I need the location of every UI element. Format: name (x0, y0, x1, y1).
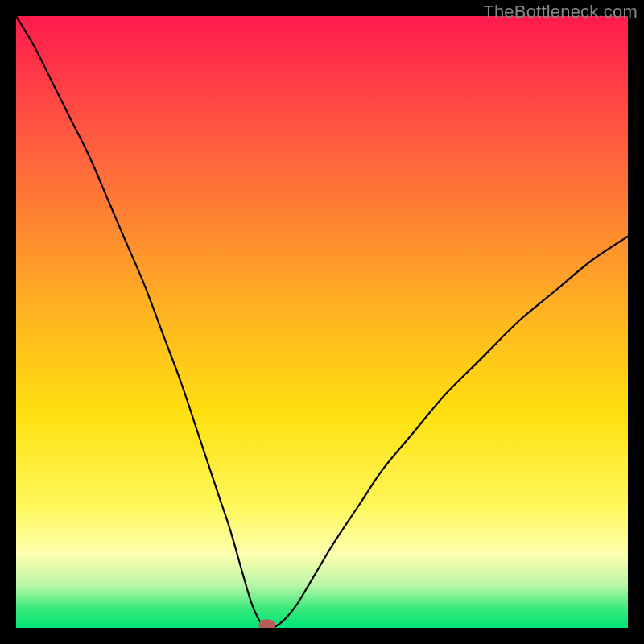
chart-frame: TheBottleneck.com (0, 0, 644, 644)
watermark-text: TheBottleneck.com (483, 2, 638, 23)
chart-plot-area (16, 16, 628, 628)
optimal-point-marker (258, 619, 275, 628)
bottleneck-curve (16, 16, 628, 628)
chart-svg (16, 16, 628, 628)
